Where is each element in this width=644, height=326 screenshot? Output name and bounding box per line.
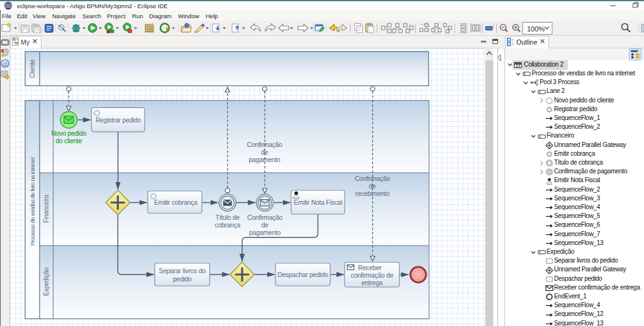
svg-text:Processo de vendas de livro na: Processo de vendas de livro na internet — [30, 157, 36, 246]
svg-text:Novo pedido: Novo pedido — [51, 129, 86, 137]
svg-text:Confirmação: Confirmação — [355, 175, 391, 182]
svg-text:confirmação de: confirmação de — [351, 271, 394, 279]
svg-text:pedido: pedido — [173, 275, 192, 283]
svg-text:pagamento: pagamento — [249, 229, 280, 236]
svg-text:@: @ — [3, 61, 8, 67]
svg-text:Emitir Nota Fiscal: Emitir Nota Fiscal — [294, 198, 342, 206]
svg-text:Emitir cobrança: Emitir cobrança — [154, 198, 197, 206]
svg-text:de: de — [261, 148, 269, 156]
svg-text:Expedição: Expedição — [43, 267, 50, 296]
svg-text:Despachar pedido: Despachar pedido — [277, 271, 328, 278]
svg-text:Cliente: Cliente — [29, 59, 36, 78]
svg-text:Confirmação: Confirmação — [247, 214, 283, 221]
svg-text:de: de — [261, 221, 269, 229]
svg-text:cobrança: cobrança — [214, 221, 240, 229]
svg-text:Registrar pedido: Registrar pedido — [96, 116, 142, 124]
svg-text:Receber: Receber — [358, 264, 382, 271]
svg-text:Título de: Título de — [216, 214, 240, 221]
svg-text:recebimento: recebimento — [355, 190, 390, 197]
svg-text:Confirmação: Confirmação — [247, 141, 282, 148]
svg-text:pagamento: pagamento — [249, 156, 280, 163]
svg-text:Financeiro: Financeiro — [43, 195, 50, 223]
svg-text:Separar livros do: Separar livros do — [159, 267, 206, 274]
svg-text:100%: 100% — [527, 25, 545, 33]
svg-text:entrega: entrega — [362, 279, 383, 286]
svg-text:do cliente: do cliente — [55, 137, 82, 144]
svg-text:de: de — [369, 182, 376, 190]
